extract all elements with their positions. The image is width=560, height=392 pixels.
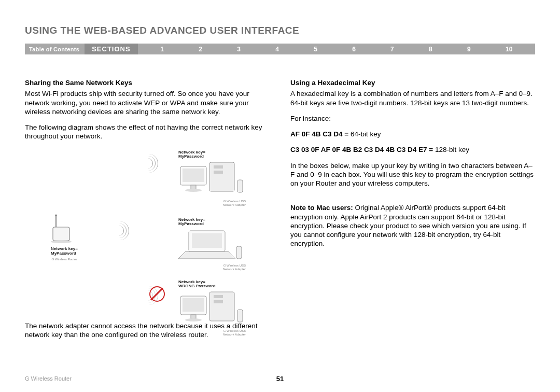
svg-point-3	[51, 240, 72, 243]
svg-point-22	[185, 318, 202, 321]
dev1-key-l1: Network key=	[178, 150, 205, 155]
right-p1: A hexadecimal key is a combination of nu…	[290, 89, 535, 107]
ex2-bold: C3 03 0F AF 0F 4B B2 C3 D4 4B C3 D4 E7 =	[290, 146, 433, 153]
section-link-1[interactable]: 1	[160, 46, 164, 53]
section-nav-bar: Table of Contents SECTIONS 12345678910	[25, 44, 535, 54]
dev3-key-l1: Network key=	[178, 279, 205, 284]
section-link-5[interactable]: 5	[314, 46, 317, 53]
desktop-icon	[178, 291, 246, 327]
svg-rect-23	[237, 310, 243, 322]
toc-link[interactable]: Table of Contents	[25, 46, 79, 52]
dev3-ad-l1: G Wireless USB	[223, 329, 246, 332]
dev1-key-l2: MyPassword	[178, 154, 204, 159]
sections-label: SECTIONS	[85, 44, 137, 54]
dev3-ad-l2: Network Adapter	[223, 333, 246, 336]
page-number: 51	[276, 375, 284, 383]
desktop-icon	[178, 161, 246, 198]
router-icon	[51, 213, 77, 244]
dev1-ad-l2: Network Adapter	[223, 203, 246, 206]
svg-point-1	[55, 214, 57, 216]
right-p3: In the boxes below, make up your key by …	[290, 161, 535, 188]
router-key-l1: Network key=	[51, 246, 78, 251]
dev1-ad-l1: G Wireless USB	[223, 200, 246, 203]
section-link-3[interactable]: 3	[237, 46, 241, 53]
svg-rect-11	[237, 180, 243, 192]
svg-rect-8	[183, 169, 204, 182]
svg-rect-5	[214, 165, 223, 169]
right-heading: Using a Hexadecimal Key	[290, 78, 535, 87]
svg-rect-13	[192, 233, 222, 248]
svg-rect-6	[214, 171, 223, 174]
dev3-key-l2: WRONG Password	[178, 284, 216, 288]
section-link-7[interactable]: 7	[390, 46, 394, 53]
dev2-key-l2: MyPassword	[178, 221, 204, 226]
svg-rect-2	[53, 227, 69, 241]
prohibited-icon	[149, 286, 165, 302]
page-title: USING THE WEB-BASED ADVANCED USER INTERF…	[25, 25, 535, 36]
network-diagram: Network key= MyPassword G Wireless Route…	[51, 150, 270, 311]
left-column: Sharing the Same Network Keys Most Wi-Fi…	[25, 78, 270, 346]
laptop-icon	[178, 229, 246, 262]
right-column: Using a Hexadecimal Key A hexadecimal ke…	[290, 78, 535, 346]
left-p2: The following diagram shows the effect o…	[25, 123, 270, 141]
section-link-4[interactable]: 4	[275, 46, 279, 53]
section-link-9[interactable]: 9	[467, 46, 471, 53]
section-link-6[interactable]: 6	[352, 46, 356, 53]
right-p2: For instance:	[290, 114, 535, 123]
dev2-key-l1: Network key=	[178, 217, 205, 222]
svg-rect-9	[191, 185, 196, 189]
router-label: G Wireless Router	[51, 258, 78, 261]
left-heading: Sharing the Same Network Keys	[25, 78, 270, 87]
footer: G Wireless Router 51	[25, 375, 535, 382]
note-bold: Note to Mac users:	[290, 204, 353, 212]
section-link-8[interactable]: 8	[429, 46, 432, 53]
ex2-rest: 128-bit key	[433, 146, 469, 153]
svg-rect-15	[236, 246, 242, 259]
dev2-ad-l1: G Wireless USB	[223, 264, 246, 267]
ex1-rest: 64-bit key	[348, 130, 381, 138]
footer-product: G Wireless Router	[25, 375, 72, 382]
left-p1: Most Wi-Fi products ship with security t…	[25, 89, 270, 116]
dev2-ad-l2: Network Adapter	[223, 268, 246, 271]
signal-icon	[147, 153, 163, 174]
ex1-bold: AF 0F 4B C3 D4 =	[290, 130, 348, 138]
router-key-l2: MyPassword	[51, 251, 76, 256]
signal-icon	[118, 220, 134, 241]
section-link-10[interactable]: 10	[506, 46, 512, 53]
section-link-2[interactable]: 2	[199, 46, 202, 53]
svg-rect-17	[214, 295, 223, 298]
svg-rect-21	[191, 315, 196, 319]
svg-rect-20	[183, 298, 204, 312]
svg-point-10	[185, 189, 202, 192]
svg-marker-14	[178, 251, 235, 259]
svg-rect-18	[214, 300, 223, 303]
